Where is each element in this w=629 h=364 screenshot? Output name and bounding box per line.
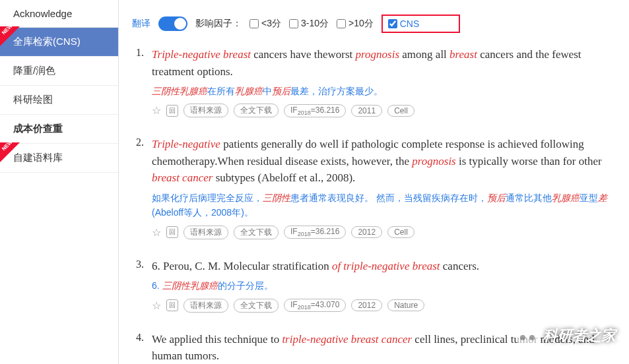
filter-opt-checkbox[interactable]: [289, 19, 298, 28]
result-item: 3.6. Perou, C. M. Molecular stratificati…: [132, 258, 616, 313]
sidebar-item-2[interactable]: 降重/润色: [0, 57, 118, 86]
filter-cns-checkbox[interactable]: [388, 19, 397, 28]
result-chinese: 6. 三阴性乳腺癌的分子分层。: [152, 278, 616, 293]
result-item: 2.Triple-negative patients generally do …: [132, 136, 616, 239]
impact-factor-pill[interactable]: IF2018=36.216: [284, 104, 346, 117]
copy-icon[interactable]: 回: [166, 105, 178, 117]
result-body: Triple-negative breast cancers have thew…: [152, 46, 616, 117]
translate-toggle[interactable]: [158, 16, 187, 31]
sidebar-item-label: 全库检索(CNS): [13, 36, 81, 47]
filter-opt-2[interactable]: >10分: [337, 18, 374, 30]
filter-opt-checkbox[interactable]: [249, 19, 259, 28]
filter-cns[interactable]: CNS: [381, 15, 461, 33]
download-pill[interactable]: 全文下载: [234, 299, 279, 313]
sidebar-item-label: 成本价查重: [13, 123, 63, 134]
filter-opt-1[interactable]: 3-10分: [289, 18, 329, 30]
journal-pill[interactable]: Nature: [387, 299, 424, 311]
translate-label: 翻译: [132, 18, 150, 30]
result-tags: ☆回语料来源全文下载IF2018=43.0702012Nature: [152, 299, 616, 313]
result-tags: ☆回语料来源全文下载IF2018=36.2162012Cell: [152, 226, 616, 239]
filter-row: 翻译 影响因子： <3分3-10分>10分 CNS: [132, 7, 616, 46]
source-pill[interactable]: 语料来源: [183, 226, 228, 239]
result-english: We applied this technique to triple-nega…: [152, 331, 616, 364]
result-chinese: 三阴性乳腺癌在所有乳腺癌中预后最差，治疗方案最少。: [152, 84, 616, 98]
sidebar-item-0[interactable]: Acknowledge: [0, 0, 118, 28]
copy-icon[interactable]: 回: [166, 226, 178, 238]
result-body: We applied this technique to triple-nega…: [152, 331, 616, 364]
star-icon[interactable]: ☆: [152, 104, 161, 117]
svg-text:NEW: NEW: [1, 26, 14, 36]
svg-text:NEW: NEW: [1, 142, 14, 152]
result-english: 6. Perou, C. M. Molecular stratification…: [152, 258, 616, 275]
sidebar-item-1[interactable]: NEW全库检索(CNS): [0, 28, 118, 57]
result-number: 1.: [132, 46, 144, 117]
sidebar-item-label: 降重/润色: [13, 65, 55, 76]
result-chinese: 如果化疗后病理完全反应，三阴性患者通常表现良好。 然而，当残留疾病存在时，预后通…: [152, 191, 616, 220]
star-icon[interactable]: ☆: [152, 226, 161, 239]
result-item: 1.Triple-negative breast cancers have th…: [132, 46, 616, 117]
copy-icon[interactable]: 回: [166, 299, 178, 311]
year-pill[interactable]: 2012: [351, 226, 382, 238]
year-pill[interactable]: 2011: [351, 105, 382, 117]
filter-opt-checkbox[interactable]: [337, 19, 346, 28]
download-pill[interactable]: 全文下载: [234, 104, 279, 117]
result-body: 6. Perou, C. M. Molecular stratification…: [152, 258, 616, 313]
star-icon[interactable]: ☆: [152, 299, 161, 312]
impact-factor-pill[interactable]: IF2018=36.216: [284, 226, 346, 239]
result-english: Triple-negative patients generally do we…: [152, 136, 616, 187]
result-english: Triple-negative breast cancers have thew…: [152, 46, 616, 80]
sidebar-item-4[interactable]: 成本价查重: [0, 115, 118, 144]
main-content: 翻译 影响因子： <3分3-10分>10分 CNS 1.Triple-negat…: [119, 0, 629, 364]
impact-factor-label: 影响因子：: [195, 18, 242, 30]
impact-factor-pill[interactable]: IF2018=43.070: [284, 299, 346, 312]
result-body: Triple-negative patients generally do we…: [152, 136, 616, 239]
result-number: 4.: [132, 331, 144, 364]
filter-opt-0[interactable]: <3分: [249, 18, 281, 30]
journal-pill[interactable]: Cell: [387, 105, 414, 117]
journal-pill[interactable]: Cell: [387, 226, 414, 238]
sidebar-item-5[interactable]: NEW自建语料库: [0, 144, 118, 173]
sidebar-item-label: Acknowledge: [13, 8, 72, 19]
result-tags: ☆回语料来源全文下载IF2018=36.2162011Cell: [152, 104, 616, 117]
result-item: 4.We applied this technique to triple-ne…: [132, 331, 616, 364]
sidebar-item-3[interactable]: 科研绘图: [0, 86, 118, 115]
source-pill[interactable]: 语料来源: [183, 104, 228, 117]
year-pill[interactable]: 2012: [351, 299, 382, 311]
sidebar-item-label: 自建语料库: [13, 152, 63, 163]
result-number: 2.: [132, 136, 144, 239]
results-list: 1.Triple-negative breast cancers have th…: [132, 46, 616, 364]
sidebar: AcknowledgeNEW全库检索(CNS)降重/润色科研绘图成本价查重NEW…: [0, 0, 119, 364]
source-pill[interactable]: 语料来源: [183, 299, 228, 313]
result-number: 3.: [132, 258, 144, 313]
download-pill[interactable]: 全文下载: [234, 226, 279, 239]
sidebar-item-label: 科研绘图: [13, 94, 53, 105]
